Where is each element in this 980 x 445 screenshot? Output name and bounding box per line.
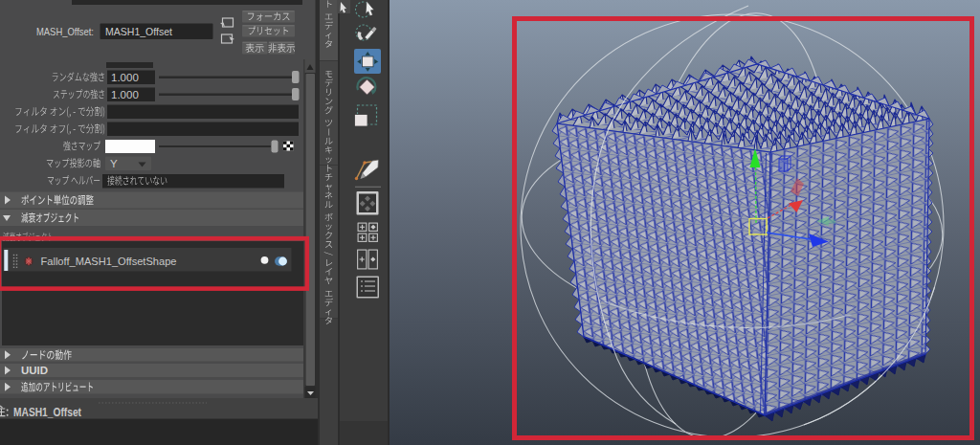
svg-text:Falloff_MASH1_OffsetShape: Falloff_MASH1_OffsetShape	[41, 256, 177, 267]
svg-text:MASH_Offset:: MASH_Offset:	[36, 26, 94, 37]
svg-text:UUID: UUID	[21, 365, 48, 376]
svg-text:Y: Y	[110, 158, 118, 169]
svg-text:1.000: 1.000	[111, 72, 139, 83]
svg-text:MASH1_Offset: MASH1_Offset	[13, 406, 81, 419]
svg-text:MASH1_Offset: MASH1_Offset	[105, 26, 173, 37]
svg-text:1.000: 1.000	[111, 89, 139, 100]
